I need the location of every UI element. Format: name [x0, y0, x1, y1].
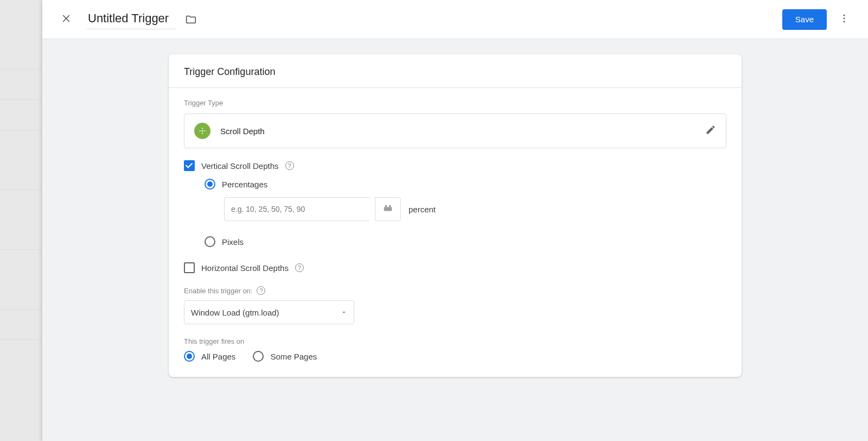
vertical-scroll-checkbox[interactable] [184, 160, 195, 171]
vertical-depths-row: Vertical Scroll Depths ? [184, 160, 726, 171]
fires-on-label: This trigger fires on [184, 337, 742, 345]
horizontal-scroll-label: Horizontal Scroll Depths [201, 263, 289, 273]
svg-point-5 [202, 130, 203, 132]
select-value: Window Load (gtm.load) [191, 308, 279, 317]
all-pages-radio[interactable] [184, 351, 195, 362]
trigger-type-label: Trigger Type [169, 88, 742, 111]
pixels-label: Pixels [222, 237, 244, 247]
vertical-scroll-label: Vertical Scroll Depths [201, 161, 279, 171]
enable-trigger-select[interactable]: Window Load (gtm.load) [184, 300, 354, 324]
svg-point-3 [844, 18, 845, 20]
fires-on-row: All Pages Some Pages [184, 351, 742, 362]
modal-header: Save [42, 0, 868, 39]
bg-row [0, 70, 42, 100]
trigger-config-card: Trigger Configuration Trigger Type Scrol… [169, 54, 742, 377]
all-pages-label: All Pages [201, 352, 235, 361]
percentages-label: Percentages [222, 180, 267, 189]
help-icon[interactable]: ? [285, 161, 294, 170]
horizontal-scroll-checkbox[interactable] [184, 262, 195, 273]
percentages-row: Percentages [205, 179, 726, 190]
help-icon[interactable]: ? [257, 286, 265, 295]
some-pages-radio[interactable] [253, 351, 264, 362]
card-title: Trigger Configuration [169, 54, 742, 88]
bg-row [0, 310, 42, 340]
svg-point-4 [844, 21, 845, 22]
scroll-depth-icon [194, 123, 210, 139]
enable-trigger-label: Enable this trigger on: ? [184, 286, 742, 295]
close-button[interactable] [55, 9, 77, 30]
variable-picker-button[interactable] [375, 197, 401, 221]
save-button[interactable]: Save [782, 9, 827, 30]
chevron-down-icon [341, 308, 347, 317]
trigger-type-name: Scroll Depth [220, 127, 265, 136]
some-pages-label: Some Pages [270, 352, 317, 361]
percentages-input[interactable] [224, 197, 369, 221]
modal-body: Trigger Configuration Trigger Type Scrol… [42, 39, 868, 441]
lego-brick-icon [382, 202, 394, 216]
trigger-editor-modal: Save Trigger Configuration Trigger Type … [42, 0, 868, 441]
help-icon[interactable]: ? [295, 263, 304, 272]
unit-label: percent [409, 205, 436, 214]
folder-icon[interactable] [185, 14, 197, 26]
horizontal-depths-row: Horizontal Scroll Depths ? [184, 262, 726, 273]
bg-row: age Click [0, 190, 42, 250]
bg-row [0, 0, 42, 70]
svg-rect-7 [385, 205, 387, 207]
trigger-name-input[interactable] [87, 9, 176, 29]
svg-rect-6 [384, 207, 392, 211]
pixels-row: Pixels [205, 236, 726, 247]
svg-rect-8 [389, 205, 391, 207]
percentages-radio[interactable] [205, 179, 215, 190]
pixels-radio[interactable] [205, 236, 215, 247]
close-icon [61, 13, 72, 26]
pencil-icon[interactable] [705, 124, 716, 137]
bg-row: ages [0, 250, 42, 310]
percentages-input-row: percent [224, 197, 726, 221]
bg-row [0, 100, 42, 130]
svg-point-2 [844, 15, 845, 16]
bg-row: age Click [0, 130, 42, 190]
trigger-type-selector[interactable]: Scroll Depth [184, 114, 726, 148]
more-actions-button[interactable] [833, 9, 855, 30]
more-vert-icon [839, 13, 850, 26]
